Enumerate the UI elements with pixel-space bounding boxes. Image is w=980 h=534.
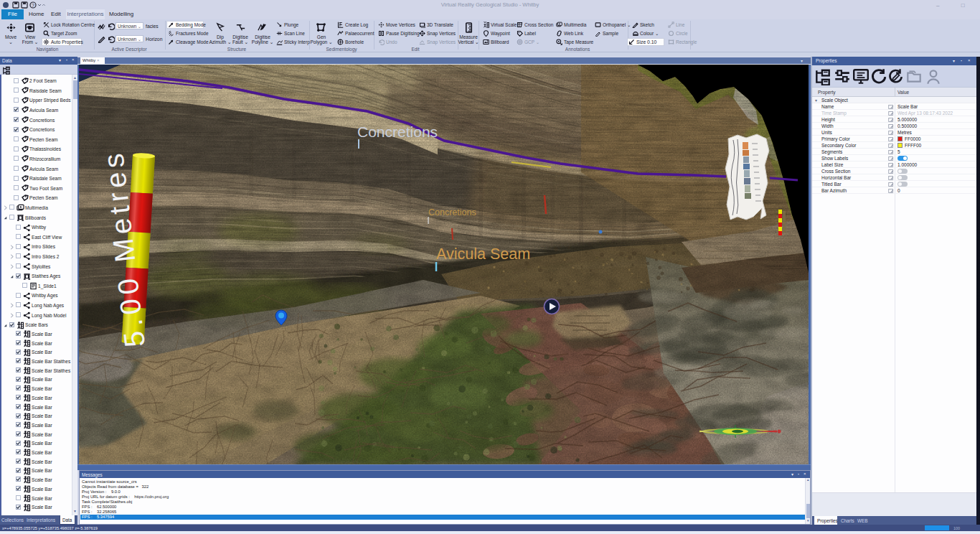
- svg-text:Concretions: Concretions: [428, 207, 476, 217]
- svg-text:Avicula Seam: Avicula Seam: [436, 245, 530, 263]
- svg-text:Concretions: Concretions: [357, 123, 438, 140]
